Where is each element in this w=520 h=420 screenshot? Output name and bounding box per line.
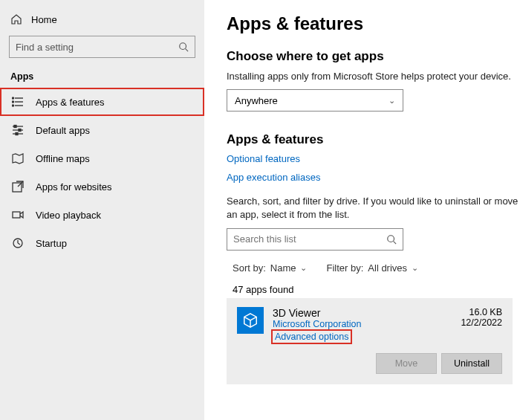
chevron-down-icon: ⌄ — [412, 263, 418, 273]
app-size: 16.0 KB — [461, 307, 502, 317]
sidebar-item-video-playback[interactable]: Video playback — [0, 201, 204, 229]
svg-rect-13 — [16, 133, 18, 135]
optional-features-link[interactable]: Optional features — [227, 153, 300, 164]
app-list-search-input[interactable] — [233, 233, 386, 245]
app-date: 12/2/2022 — [461, 317, 502, 328]
app-execution-aliases-link[interactable]: App execution aliases — [227, 172, 320, 183]
svg-rect-16 — [13, 212, 20, 218]
sidebar-item-default-apps[interactable]: Default apps — [0, 116, 204, 144]
sidebar-item-apps-features[interactable]: Apps & features — [0, 88, 204, 116]
app-name: 3D Viewer — [273, 307, 452, 319]
sidebar-item-apps-websites[interactable]: Apps for websites — [0, 172, 204, 201]
uninstall-button[interactable]: Uninstall — [441, 353, 502, 374]
app-source-value: Anywhere — [235, 95, 278, 106]
advanced-options-link[interactable]: Advanced options — [273, 331, 351, 343]
move-button: Move — [376, 353, 437, 374]
find-setting-search[interactable] — [9, 36, 195, 58]
sort-by-value: Name — [270, 262, 296, 274]
svg-line-1 — [186, 49, 189, 52]
home-icon — [10, 13, 22, 25]
sort-by-selector[interactable]: Sort by: Name ⌄ — [233, 262, 307, 274]
app-icon-3d-viewer — [237, 307, 264, 334]
search-icon — [178, 42, 189, 52]
home-label: Home — [31, 14, 57, 25]
sidebar-item-label: Apps for websites — [36, 181, 112, 193]
filter-by-value: All drives — [368, 262, 407, 274]
chevron-down-icon: ⌄ — [389, 96, 395, 106]
app-card-3d-viewer[interactable]: 3D Viewer Microsoft Corporation Advanced… — [227, 298, 513, 384]
choose-description: Installing apps only from Microsoft Stor… — [227, 70, 520, 83]
svg-point-0 — [180, 43, 186, 50]
sort-by-label: Sort by: — [233, 262, 266, 274]
sidebar-item-startup[interactable]: Startup — [0, 229, 204, 257]
svg-rect-12 — [19, 129, 21, 132]
content-pane: Apps & features Choose where to get apps… — [204, 0, 520, 420]
svg-line-15 — [18, 181, 23, 187]
svg-line-19 — [394, 241, 397, 244]
sidebar-item-label: Video playback — [36, 210, 101, 221]
sidebar-item-offline-maps[interactable]: Offline maps — [0, 144, 204, 172]
startup-icon — [12, 237, 24, 249]
choose-heading: Choose where to get apps — [227, 49, 520, 64]
open-icon — [12, 181, 24, 193]
sidebar-item-label: Apps & features — [36, 97, 105, 108]
chevron-down-icon: ⌄ — [300, 263, 307, 273]
sidebar-item-label: Offline maps — [36, 153, 90, 164]
find-setting-input[interactable] — [16, 42, 178, 53]
apps-count: 47 apps found — [227, 278, 520, 298]
sidebar: Home Apps Apps & features — [0, 0, 204, 420]
list-description: Search, sort, and filter by drive. If yo… — [227, 195, 520, 222]
page-title: Apps & features — [227, 13, 520, 34]
filter-by-label: Filter by: — [326, 262, 363, 274]
app-source-select[interactable]: Anywhere ⌄ — [227, 89, 403, 112]
app-list-search[interactable] — [227, 228, 403, 251]
sidebar-item-label: Default apps — [36, 125, 90, 136]
search-icon — [386, 234, 397, 245]
svg-point-5 — [13, 97, 14, 99]
section-heading: Apps — [0, 61, 204, 88]
filter-by-selector[interactable]: Filter by: All drives ⌄ — [326, 262, 418, 274]
svg-rect-11 — [14, 126, 16, 128]
svg-point-7 — [13, 105, 14, 106]
svg-point-18 — [388, 235, 394, 242]
svg-point-6 — [13, 101, 14, 103]
sidebar-item-label: Startup — [36, 238, 67, 249]
app-publisher: Microsoft Corporation — [273, 319, 452, 329]
list-icon — [12, 96, 24, 108]
map-icon — [12, 152, 24, 164]
video-icon — [12, 209, 24, 221]
defaults-icon — [12, 124, 24, 136]
home-link[interactable]: Home — [0, 7, 204, 31]
apps-features-heading: Apps & features — [227, 132, 520, 147]
